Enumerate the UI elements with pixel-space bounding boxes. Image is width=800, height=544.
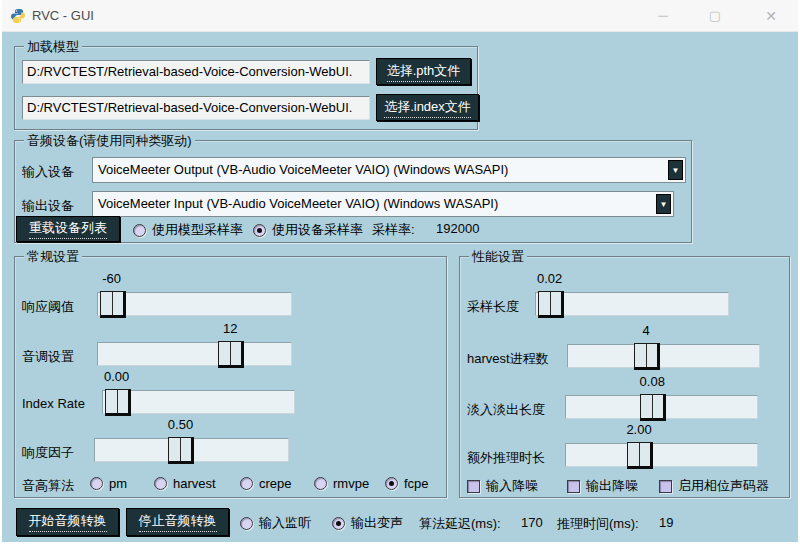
harvest-threads-slider[interactable]: 4 [567, 344, 760, 368]
radio-rmvpe[interactable]: rmvpe [314, 476, 369, 491]
minimize-icon[interactable]: ─ [640, 0, 686, 32]
radio-circle [332, 517, 345, 530]
radio-pm[interactable]: pm [90, 476, 127, 491]
pitch-algorithm-label: 音高算法 [22, 477, 74, 495]
slider-handle[interactable]: 2.00 [627, 442, 653, 469]
radio-circle [253, 224, 266, 237]
block-time-slider[interactable]: 0.02 [535, 292, 729, 316]
start-conversion-button[interactable]: 开始音频转换 [16, 508, 119, 536]
algorithm-latency-label: 算法延迟(ms): [419, 515, 501, 533]
chevron-down-icon[interactable]: ▼ [656, 194, 671, 214]
slider-handle[interactable]: 12 [218, 341, 244, 368]
radio-circle [240, 477, 253, 490]
radio-harvest[interactable]: harvest [154, 476, 216, 491]
checkbox-box [467, 480, 480, 493]
harvest-threads-label: harvest进程数 [467, 350, 549, 368]
slider-handle[interactable]: 0.02 [538, 291, 564, 318]
index-path-input[interactable]: D:/RVCTEST/Retrieval-based-Voice-Convers… [22, 96, 370, 120]
checkbox-box [659, 480, 672, 493]
slider-handle[interactable]: 0.08 [640, 394, 666, 421]
loudness-slider[interactable]: 0.50 [94, 438, 289, 462]
rvc-gui-window: RVC - GUI ─ ▢ ✕ 加载模型 D:/RVCTEST/Retrieva… [0, 0, 800, 544]
samplerate-value: 192000 [436, 221, 479, 236]
window-title: RVC - GUI [32, 8, 94, 23]
load-model-title: 加载模型 [24, 38, 82, 56]
slider-handle[interactable]: 0.00 [105, 389, 131, 416]
radio-crepe[interactable]: crepe [240, 476, 292, 491]
radio-circle [133, 224, 146, 237]
performance-settings-title: 性能设置 [469, 248, 527, 266]
algorithm-latency-value: 170 [521, 515, 543, 530]
radio-output-voice-change[interactable]: 输出变声 [332, 514, 403, 532]
block-time-label: 采样长度 [467, 298, 519, 316]
slider-handle[interactable]: -60 [100, 291, 126, 318]
select-index-button[interactable]: 选择.index文件 [376, 94, 479, 121]
threshold-slider[interactable]: -60 [97, 292, 292, 316]
radio-input-monitor[interactable]: 输入监听 [240, 514, 311, 532]
radio-circle [90, 477, 103, 490]
checkbox-input-denoise[interactable]: 输入降噪 [467, 477, 538, 495]
pitch-slider[interactable]: 12 [97, 342, 292, 366]
threshold-label: 响应阈值 [22, 298, 74, 316]
stop-conversion-button[interactable]: 停止音频转换 [126, 508, 229, 536]
input-device-label: 输入设备 [22, 163, 74, 181]
input-device-select[interactable]: VoiceMeeter Output (VB-Audio VoiceMeeter… [92, 157, 686, 183]
python-icon [10, 8, 26, 24]
select-pth-button[interactable]: 选择.pth文件 [376, 58, 471, 85]
loudness-factor-label: 响度因子 [22, 444, 74, 462]
general-settings-title: 常规设置 [24, 248, 82, 266]
radio-use-device-samplerate[interactable]: 使用设备采样率 [253, 221, 363, 239]
crossfade-label: 淡入淡出长度 [467, 401, 545, 419]
checkbox-output-denoise[interactable]: 输出降噪 [567, 477, 638, 495]
inference-time-value: 19 [659, 515, 673, 530]
slider-handle[interactable]: 0.50 [168, 437, 194, 464]
index-rate-label: Index Rate [22, 396, 85, 411]
title-bar: RVC - GUI ─ ▢ ✕ [0, 0, 800, 32]
index-rate-slider[interactable]: 0.00 [102, 390, 295, 414]
radio-circle [240, 517, 253, 530]
output-device-label: 输出设备 [22, 197, 74, 215]
audio-device-title: 音频设备(请使用同种类驱动) [24, 132, 195, 150]
samplerate-label: 采样率: [372, 221, 415, 239]
radio-fcpe[interactable]: fcpe [385, 476, 429, 491]
chevron-down-icon[interactable]: ▼ [668, 160, 683, 180]
radio-circle [385, 477, 398, 490]
output-device-select[interactable]: VoiceMeeter Input (VB-Audio VoiceMeeter … [92, 191, 674, 217]
checkbox-phase-vocoder[interactable]: 启用相位声码器 [659, 477, 769, 495]
pth-path-input[interactable]: D:/RVCTEST/Retrieval-based-Voice-Convers… [22, 60, 370, 84]
radio-circle [314, 477, 327, 490]
crossfade-slider[interactable]: 0.08 [565, 395, 758, 419]
radio-use-model-samplerate[interactable]: 使用模型采样率 [133, 221, 243, 239]
checkbox-box [567, 480, 580, 493]
pitch-setting-label: 音调设置 [22, 348, 74, 366]
maximize-icon[interactable]: ▢ [692, 0, 738, 32]
extra-time-label: 额外推理时长 [467, 449, 545, 467]
slider-handle[interactable]: 4 [634, 343, 660, 370]
inference-time-label: 推理时间(ms): [557, 515, 639, 533]
reload-devices-button[interactable]: 重载设备列表 [16, 216, 120, 242]
close-icon[interactable]: ✕ [744, 0, 798, 32]
radio-circle [154, 477, 167, 490]
extra-time-slider[interactable]: 2.00 [565, 443, 758, 467]
